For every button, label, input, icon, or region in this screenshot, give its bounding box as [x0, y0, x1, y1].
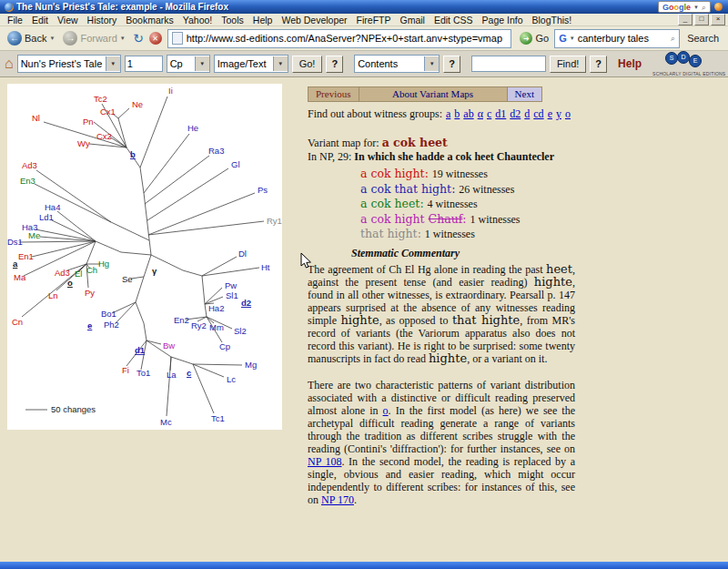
search-input[interactable]: canterbury tales — [578, 33, 668, 44]
chevron-down-icon[interactable]: ▼ — [195, 56, 209, 71]
tree-label-Cx1[interactable]: Cx1 — [100, 107, 116, 117]
edition-select[interactable]: Nun's Priest's Tale ▼ — [17, 55, 121, 73]
witness-group-link-a[interactable]: a — [446, 107, 450, 120]
url-go-button[interactable]: ➜ Go — [517, 32, 551, 45]
google-g-icon[interactable]: G — [559, 33, 567, 44]
go-button[interactable]: Go! — [292, 56, 323, 73]
stop-button[interactable]: ✕ — [149, 32, 162, 45]
witness-group-link-o[interactable]: o — [565, 107, 571, 120]
tree-label-Ld1[interactable]: Ld1 — [39, 212, 54, 222]
menu-item-gmail[interactable]: Gmail — [396, 15, 430, 25]
tree-label-Mg[interactable]: Mg — [245, 360, 257, 370]
tree-label-Ad3[interactable]: Ad3 — [22, 160, 37, 170]
help-button-3[interactable]: ? — [590, 56, 607, 73]
commentary-link[interactable]: NP 108 — [308, 455, 342, 468]
google-search-box[interactable]: G ▼ canterbury tales ⌕ — [554, 29, 680, 48]
witness-group-link-b[interactable]: b — [454, 107, 460, 120]
tree-label-Tc2[interactable]: Tc2 — [94, 94, 107, 104]
tree-label-Cx2[interactable]: Cx2 — [96, 131, 112, 141]
window-titlebar[interactable]: The Nun's Priest's Tale: example - Mozil… — [0, 0, 728, 14]
tree-label-d2[interactable]: d2 — [241, 298, 251, 308]
witness-group-link-ab[interactable]: ab — [463, 107, 473, 120]
tree-label-La[interactable]: La — [167, 370, 177, 380]
tree-label-Ht[interactable]: Ht — [261, 262, 270, 272]
witness-select[interactable]: Cp ▼ — [167, 55, 210, 73]
find-button[interactable]: Find! — [550, 56, 586, 73]
line-number-input[interactable] — [125, 56, 163, 72]
tree-label-Ps[interactable]: Ps — [258, 185, 268, 195]
tree-label-Me[interactable]: Me — [28, 230, 40, 240]
forward-dropdown-icon[interactable]: ▼ — [120, 35, 126, 42]
tree-label-b[interactable]: b — [130, 149, 136, 159]
about-variant-maps-link[interactable]: About Variant Maps — [359, 86, 508, 102]
tree-label-Ln[interactable]: Ln — [48, 290, 58, 300]
contents-select[interactable]: Contents ▼ — [354, 55, 440, 73]
witness-group-link-d1[interactable]: d1 — [495, 107, 506, 120]
tree-label-o[interactable]: o — [67, 278, 73, 288]
close-button[interactable]: × — [711, 14, 725, 25]
menu-item-fireftp[interactable]: FireFTP — [352, 15, 396, 25]
minimize-button[interactable]: _ — [678, 14, 693, 25]
tree-label-Cp[interactable]: Cp — [219, 341, 230, 351]
taskbar-edge[interactable] — [0, 562, 728, 569]
menu-item-yahoo-[interactable]: Yahoo! — [178, 15, 217, 25]
tree-label-Sl2[interactable]: Sl2 — [234, 326, 247, 336]
maximize-button[interactable]: □ — [694, 14, 709, 25]
tree-label-Sl1[interactable]: Sl1 — [226, 290, 238, 300]
menu-item-tools[interactable]: Tools — [217, 15, 248, 25]
forward-button[interactable]: → Forward ▼ — [60, 30, 127, 46]
help-button-1[interactable]: ? — [326, 56, 343, 73]
tree-label-e[interactable]: e — [87, 320, 92, 330]
witness-group-link-c[interactable]: c — [487, 107, 491, 120]
back-dropdown-icon[interactable]: ▼ — [49, 35, 55, 42]
tree-label-En1[interactable]: En1 — [18, 251, 34, 261]
previous-link[interactable]: Previous — [308, 86, 359, 102]
menu-item-file[interactable]: File — [3, 15, 27, 25]
tree-label-Ra3[interactable]: Ra3 — [208, 146, 224, 156]
tree-label-To1[interactable]: To1 — [136, 368, 150, 378]
help-button-2[interactable]: ? — [443, 56, 460, 73]
tree-label-Fi[interactable]: Fi — [122, 365, 129, 375]
tree-label-Py[interactable]: Py — [85, 288, 95, 298]
variant-map-tree[interactable]: Tc2IiNeCx1PnCx2WyNlbHeRa3GlPsRy1Ad3En3Ha… — [7, 84, 282, 430]
menu-item-view[interactable]: View — [53, 15, 83, 25]
tree-label-Ry2[interactable]: Ry2 — [191, 320, 207, 330]
titlebar-google-box[interactable]: Google ▼ ⌕ — [658, 1, 711, 13]
tree-label-Bw[interactable]: Bw — [163, 340, 175, 351]
tree-label-Hg[interactable]: Hg — [98, 259, 109, 269]
reload-button[interactable]: ↻ — [131, 31, 147, 46]
witness-group-link-e[interactable]: e — [548, 107, 552, 120]
tree-label-Ha4[interactable]: Ha4 — [45, 202, 60, 212]
tree-label-Ch[interactable]: Ch — [86, 265, 97, 275]
tree-label-Lc[interactable]: Lc — [227, 374, 236, 384]
back-button[interactable]: ← Back ▼ — [5, 30, 57, 46]
tree-label-Ry1[interactable]: Ry1 — [267, 216, 282, 226]
menu-item-bookmarks[interactable]: Bookmarks — [121, 15, 178, 25]
tree-label-En3[interactable]: En3 — [20, 176, 35, 186]
tree-label-Nl[interactable]: Nl — [32, 113, 40, 123]
tree-label-El[interactable]: El — [75, 269, 82, 279]
tree-label-Ph2[interactable]: Ph2 — [104, 320, 119, 330]
tree-label-Dl[interactable]: Dl — [238, 249, 247, 259]
menu-item-edit[interactable]: Edit — [27, 15, 53, 25]
menu-item-web-developer[interactable]: Web Developer — [277, 15, 351, 25]
tree-label-c[interactable]: c — [187, 368, 191, 378]
search-magnifier-icon[interactable]: ⌕ — [671, 34, 675, 43]
menu-item-help[interactable]: Help — [248, 15, 278, 25]
tree-label-Gl[interactable]: Gl — [231, 159, 240, 169]
tree-label-Wy[interactable]: Wy — [77, 138, 90, 148]
tree-label-Mm[interactable]: Mm — [209, 322, 224, 332]
search-engine-dropdown-icon[interactable]: ▼ — [570, 35, 575, 42]
menu-item-blogthis-[interactable]: BlogThis! — [528, 15, 577, 25]
tree-label-He[interactable]: He — [187, 123, 198, 133]
tree-label-Pw[interactable]: Pw — [225, 280, 237, 290]
chevron-down-icon[interactable]: ▼ — [424, 56, 439, 71]
tree-label-γ[interactable]: γ — [152, 266, 157, 276]
notification-icon[interactable] — [714, 3, 723, 11]
tree-label-d1[interactable]: d1 — [135, 345, 146, 355]
tree-label-a[interactable]: a — [13, 259, 18, 269]
witness-group-link-d[interactable]: d — [524, 107, 530, 120]
menu-item-history[interactable]: History — [83, 15, 122, 25]
magnifier-icon[interactable]: ⌕ — [702, 3, 706, 12]
witness-group-link-α[interactable]: α — [478, 107, 483, 120]
